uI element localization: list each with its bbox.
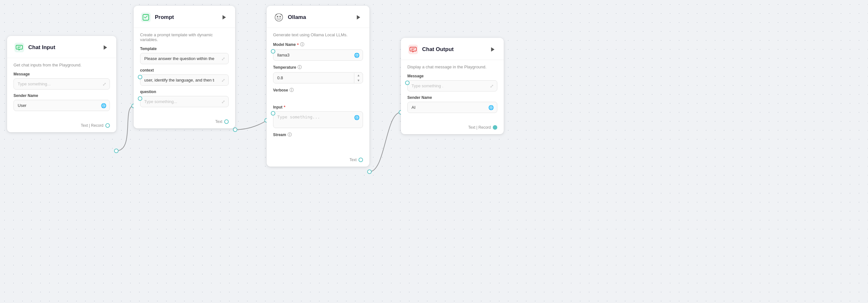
chat-input-footer-label: Text | Record [81, 123, 103, 128]
message-label: Message [13, 72, 110, 76]
context-external-link-icon[interactable]: ⤢ [218, 78, 228, 83]
sender-name-label: Sender Name [13, 93, 110, 98]
ollama-footer-label: Text [349, 158, 356, 162]
svg-point-11 [277, 16, 278, 17]
chat-input-icon [13, 42, 25, 53]
temperature-input[interactable] [273, 72, 354, 83]
svg-marker-10 [223, 15, 226, 20]
ollama-input-globe-icon[interactable]: 🌐 [351, 112, 363, 120]
template-input[interactable] [141, 53, 218, 64]
output-sender-globe-icon[interactable]: 🌐 [485, 105, 497, 110]
chat-input-description: Get chat inputs from the Playground. [13, 63, 110, 67]
temperature-stepper-arrows: ▲ ▼ [354, 73, 363, 83]
temperature-increment[interactable]: ▲ [354, 73, 363, 78]
temperature-decrement[interactable]: ▼ [354, 78, 363, 83]
svg-marker-13 [357, 15, 361, 20]
chat-output-footer: Text | Record [401, 123, 504, 134]
template-input-row: ⤢ [140, 53, 229, 64]
verbose-label: Verbose ⓘ [273, 87, 363, 93]
ollama-input-textarea[interactable] [273, 112, 351, 128]
output-sender-input[interactable] [408, 102, 485, 113]
prompt-title: Prompt [155, 14, 174, 21]
prompt-header: Prompt [134, 6, 235, 28]
output-sender-input-row: 🌐 [407, 102, 497, 113]
model-globe-icon[interactable]: 🌐 [351, 53, 363, 58]
chat-input-output-connector[interactable] [105, 123, 110, 128]
input-required: * [284, 105, 285, 109]
stream-label: Stream ⓘ [273, 132, 363, 138]
chat-output-icon [407, 44, 419, 55]
question-external-link-icon[interactable]: ⤢ [218, 99, 228, 104]
ollama-title: Ollama [288, 14, 306, 21]
message-input-row: ⤢ [13, 78, 110, 90]
temperature-info-icon[interactable]: ⓘ [298, 65, 302, 70]
temperature-label: Temperature ⓘ [273, 65, 363, 70]
svg-marker-7 [104, 45, 107, 50]
chat-output-header: Chat Output [401, 38, 504, 60]
ollama-icon [273, 11, 285, 23]
ollama-node: Ollama Generate text using Ollama Local … [267, 6, 369, 167]
model-name-label: Model Name * ⓘ [273, 42, 363, 47]
template-external-link-icon[interactable]: ⤢ [218, 56, 228, 61]
sender-name-input-row: 🌐 [13, 100, 110, 111]
prompt-description: Create a prompt template with dynamic va… [140, 32, 229, 42]
output-message-external-link-icon[interactable]: ⤢ [487, 83, 497, 89]
chat-output-node: Chat Output Display a chat message in th… [401, 38, 504, 134]
svg-marker-15 [491, 47, 495, 52]
prompt-icon [140, 11, 152, 23]
ollama-header: Ollama [267, 6, 369, 28]
message-external-link-icon[interactable]: ⤢ [99, 81, 110, 87]
output-message-input-row: ⤢ [407, 80, 497, 92]
sender-globe-icon[interactable]: 🌐 [98, 103, 110, 108]
temperature-stepper-row: ▲ ▼ [273, 72, 363, 83]
prompt-output-connector[interactable] [224, 120, 229, 124]
stream-info-icon[interactable]: ⓘ [287, 132, 292, 138]
context-input[interactable] [141, 75, 218, 86]
chat-output-play-button[interactable] [488, 45, 497, 54]
context-input-row: ⤢ [140, 74, 229, 86]
model-name-required: * [297, 42, 299, 47]
verbose-info-icon[interactable]: ⓘ [289, 87, 293, 93]
chat-input-play-button[interactable] [101, 43, 110, 52]
ollama-description: Generate text using Ollama Local LLMs. [273, 32, 363, 37]
output-message-label: Message [407, 74, 497, 78]
chat-input-header: Chat Input [7, 36, 116, 58]
ollama-input-textarea-row: 🌐 [273, 111, 363, 128]
chat-output-description: Display a chat message in the Playground… [407, 65, 497, 69]
model-name-input[interactable] [273, 50, 351, 60]
svg-point-0 [114, 149, 118, 153]
context-label: context [140, 68, 229, 72]
svg-point-4 [368, 170, 371, 174]
ollama-footer: Text [267, 155, 369, 167]
prompt-footer: Text [134, 117, 235, 128]
chat-input-footer: Text | Record [7, 121, 116, 132]
svg-point-12 [279, 16, 281, 17]
chat-output-title: Chat Output [422, 46, 454, 53]
question-input[interactable] [141, 96, 218, 107]
prompt-footer-label: Text [215, 120, 222, 124]
chat-input-node: Chat Input Get chat inputs from the Play… [7, 36, 116, 132]
question-input-row: ⤢ [140, 96, 229, 107]
question-label: question [140, 90, 229, 94]
model-name-info-icon[interactable]: ⓘ [300, 42, 304, 47]
chat-output-output-connector[interactable] [493, 125, 497, 130]
model-name-input-row: 🌐 [273, 49, 363, 61]
sender-name-input[interactable] [14, 100, 98, 111]
prompt-node: Prompt Create a prompt template with dyn… [134, 6, 235, 128]
output-message-input[interactable] [408, 80, 487, 91]
chat-output-footer-label: Text | Record [468, 125, 491, 130]
input-label: Input * [273, 105, 363, 109]
chat-input-title: Chat Input [28, 44, 55, 51]
output-sender-name-label: Sender Name [407, 95, 497, 100]
prompt-play-button[interactable] [220, 13, 229, 22]
ollama-play-button[interactable] [354, 13, 363, 22]
message-input[interactable] [14, 79, 99, 89]
ollama-output-connector[interactable] [359, 158, 363, 162]
template-label: Template [140, 46, 229, 51]
